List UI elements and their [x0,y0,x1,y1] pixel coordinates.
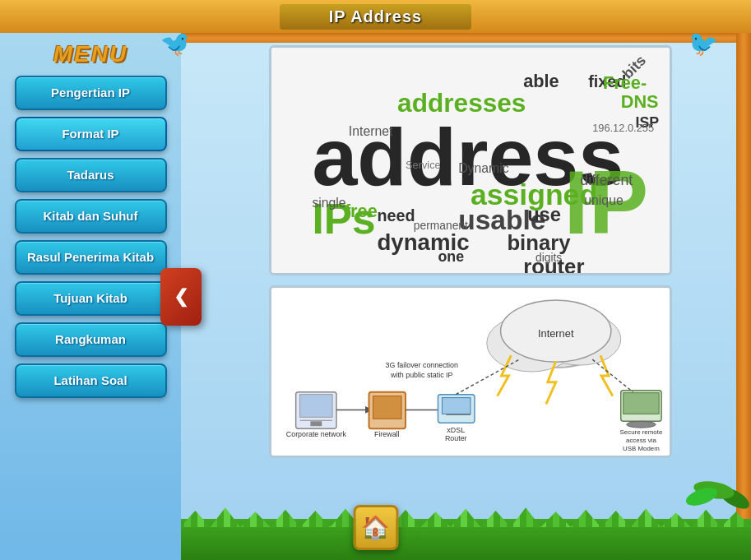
svg-text:Firewall: Firewall [373,430,399,438]
bird-right-icon: 🐦 [688,29,718,58]
svg-text:Router: Router [444,434,466,442]
svg-text:xDSL: xDSL [447,426,465,434]
outer-frame: IP Address 🐦 🐦 MENU Pengertian IP Format… [0,0,751,560]
home-icon: 🏠 [361,514,390,541]
sidebar-item-pengertian-ip[interactable]: Pengertian IP [15,76,167,110]
content-area: address IP addresses IPs assigned dynami… [181,33,751,560]
svg-text:need: need [377,206,415,224]
network-diagram-svg: Internet Corporate network [271,285,670,458]
svg-text:use: use [527,204,561,225]
bird-left-icon: 🐦 [160,29,191,58]
sidebar-item-format-ip[interactable]: Format IP [15,117,167,151]
svg-text:access via: access via [626,437,656,444]
menu-title: MENU [53,41,127,67]
svg-text:digits: digits [535,251,562,264]
sidebar-item-kitab-dan-suhuf[interactable]: Kitab dan Suhuf [15,199,167,234]
svg-rect-48 [442,398,471,414]
svg-text:Corporate network: Corporate network [285,430,346,438]
svg-text:permanent: permanent [413,219,467,232]
home-button[interactable]: 🏠 [353,505,398,550]
page-title: IP Address [280,4,471,30]
svg-point-55 [626,421,656,428]
word-cloud-container: address IP addresses IPs assigned dynami… [269,45,672,275]
svg-rect-54 [623,393,658,414]
collapse-sidebar-button[interactable] [160,268,202,326]
top-bar: IP Address [0,0,751,33]
svg-text:3G failover connection: 3G failover connection [385,361,457,369]
svg-text:Service: Service [405,159,440,171]
svg-text:Internet: Internet [537,327,573,340]
svg-text:addresses: addresses [397,88,526,118]
svg-text:free: free [344,201,377,221]
svg-text:one: one [438,248,464,265]
sidebar-item-rasul-penerima-kitab[interactable]: Rasul Penerima Kitab [15,240,167,275]
svg-text:different: different [580,172,633,188]
main-area: MENU Pengertian IP Format IP Tadarus Kit… [0,33,751,560]
word-cloud-svg: address IP addresses IPs assigned dynami… [271,45,670,275]
svg-text:able: able [523,71,559,91]
svg-text:unique: unique [584,193,624,207]
svg-text:single: single [312,196,345,210]
svg-text:Dynamic: Dynamic [458,161,509,175]
sidebar: MENU Pengertian IP Format IP Tadarus Kit… [0,33,181,560]
network-diagram-container: Internet Corporate network [269,285,672,458]
svg-text:Secure remote: Secure remote [619,428,662,436]
svg-text:with public static IP: with public static IP [390,371,453,379]
svg-rect-42 [373,396,401,419]
sidebar-item-tadarus[interactable]: Tadarus [15,158,167,192]
sidebar-item-latihan-soal[interactable]: Latihan Soal [15,363,167,398]
svg-rect-38 [310,421,322,426]
plant-right-decoration [669,441,751,523]
svg-text:Internet: Internet [348,124,392,138]
svg-text:DNS: DNS [620,91,658,112]
svg-text:196.12.0.255: 196.12.0.255 [592,122,654,134]
svg-text:USB Modem: USB Modem [623,445,660,452]
sidebar-item-rangkuman[interactable]: Rangkuman [15,322,167,357]
sidebar-item-tujuan-kitab[interactable]: Tujuan Kitab [15,281,167,316]
svg-rect-36 [299,395,332,418]
